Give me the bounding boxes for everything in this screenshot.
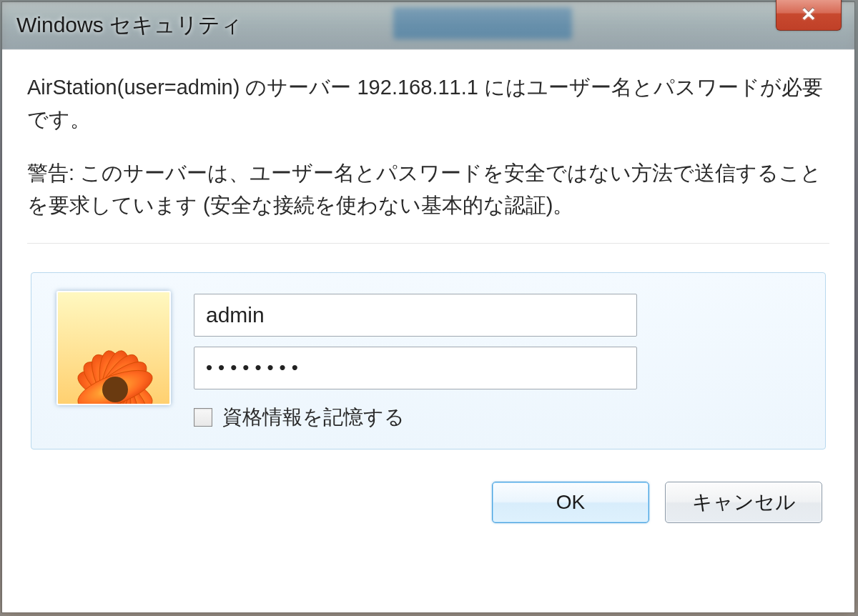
password-input[interactable] (194, 347, 637, 389)
dialog-buttons: OK キャンセル (27, 482, 829, 523)
dialog-content: AirStation(user=admin) のサーバー 192.168.11.… (2, 49, 854, 612)
user-avatar (56, 291, 171, 405)
auth-message: AirStation(user=admin) のサーバー 192.168.11.… (27, 71, 829, 136)
close-icon: ✕ (801, 4, 817, 26)
remember-label[interactable]: 資格情報を記憶する (222, 404, 405, 431)
credentials-fields: 資格情報を記憶する (194, 291, 804, 431)
security-dialog: Windows セキュリティ ✕ AirStation(user=admin) … (1, 1, 855, 613)
credentials-panel: 資格情報を記憶する (31, 272, 826, 449)
titlebar[interactable]: Windows セキュリティ ✕ (2, 2, 854, 49)
divider (27, 243, 829, 244)
flower-icon (56, 325, 171, 405)
auth-warning: 警告: このサーバーは、ユーザー名とパスワードを安全ではない方法で送信することを… (27, 157, 829, 222)
svg-point-8 (102, 377, 128, 402)
cancel-button[interactable]: キャンセル (665, 482, 822, 523)
username-input[interactable] (194, 294, 637, 337)
ok-button[interactable]: OK (492, 482, 649, 523)
dialog-title: Windows セキュリティ (16, 11, 242, 40)
close-button[interactable]: ✕ (776, 0, 842, 31)
remember-row: 資格情報を記憶する (194, 404, 804, 431)
remember-checkbox[interactable] (194, 408, 212, 427)
